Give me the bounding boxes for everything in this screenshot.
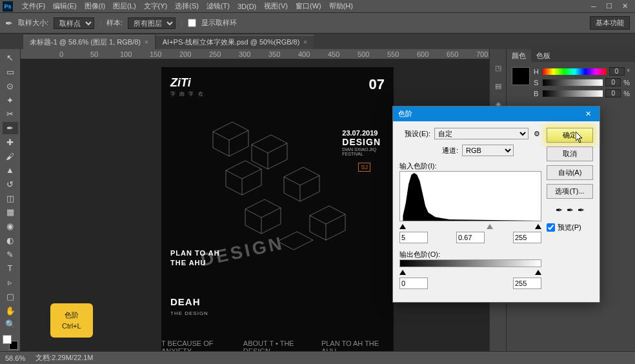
zoom-tool[interactable]: 🔍 [3,318,18,331]
white-point-slider[interactable] [535,224,541,229]
window-controls: ─ ☐ ✕ [586,1,632,12]
menu-image[interactable]: 图像(I) [81,1,109,11]
output-black-field[interactable] [399,278,428,289]
menu-edit[interactable]: 编辑(E) [49,1,81,11]
menu-type[interactable]: 文字(Y) [140,1,172,11]
minimize-button[interactable]: ─ [586,1,601,12]
toolbox: ↖ ▭ ⊙ ✦ ✂ ✒ ✚ 🖌 ▲ ↺ ◫ ▦ ◉ ◐ ✎ T ▹ ▢ ✋ 🔍 … [0,49,21,364]
shape-tool[interactable]: ▢ [3,290,18,303]
close-button[interactable]: ✕ [617,1,632,12]
poster-sublogo: 字 由 字 在 [170,90,205,97]
menu-window[interactable]: 窗口(W) [292,1,325,11]
tab-active[interactable]: 未标题-1 @ 58.6% (图层 1, RGB/8)× [23,35,155,49]
brush-tool[interactable]: 🖌 [3,150,18,163]
color-swatches[interactable] [3,335,18,350]
histogram [399,171,541,221]
preview-checkbox[interactable] [547,223,555,232]
output-black-slider[interactable] [399,270,406,275]
output-sliders[interactable] [399,270,541,275]
tab-label: AI+PS-线框立体字效果.psd @ 50%(RGB/8) [163,37,300,47]
input-sliders[interactable] [399,224,541,229]
pen-tool[interactable]: ✎ [3,248,18,261]
channel-select[interactable]: RGB [462,145,514,156]
preset-select[interactable]: 自定 [434,128,529,139]
color-preview-swatch[interactable] [512,67,530,85]
show-ring-checkbox[interactable] [188,19,196,27]
output-levels-label: 输出色阶(O): [399,250,541,259]
black-eyedropper-icon[interactable]: ✒ [556,205,563,215]
path-tool[interactable]: ▹ [3,276,18,289]
black-point-slider[interactable] [399,224,406,229]
doc-size: 文档:2.29M/22.1M [35,353,93,363]
hue-slider[interactable] [543,68,607,75]
input-levels-label: 输入色阶(I): [399,161,541,171]
sample-size-select[interactable]: 取样点 [54,17,94,29]
marquee-tool[interactable]: ▭ [3,66,18,79]
hand-tool[interactable]: ✋ [3,304,18,317]
type-tool[interactable]: T [3,262,18,275]
wand-tool[interactable]: ✦ [3,94,18,106]
crop-tool[interactable]: ✂ [3,108,18,121]
eraser-tool[interactable]: ◫ [3,192,18,205]
tab-color[interactable]: 颜色 [507,49,531,62]
output-white-slider[interactable] [535,270,541,275]
gray-eyedropper-icon[interactable]: ✒ [567,205,574,215]
tab-inactive[interactable]: AI+PS-线框立体字效果.psd @ 50%(RGB/8)× [156,35,314,49]
white-eyedropper-icon[interactable]: ✒ [578,205,585,215]
eyedropper-tool[interactable]: ✒ [3,122,18,135]
workspace-button[interactable]: 基本功能 [590,16,630,30]
gradient-tool[interactable]: ▦ [3,206,18,219]
input-black-field[interactable] [399,232,428,243]
b-label: B [534,90,540,97]
fg-color-swatch[interactable] [3,335,12,344]
maximize-button[interactable]: ☐ [601,1,617,12]
preview-label: 预览(P) [558,223,581,232]
menu-3d[interactable]: 3D(D) [234,3,260,10]
gear-icon[interactable]: ⚙ [532,129,541,138]
menu-view[interactable]: 视图(V) [260,1,292,11]
move-tool[interactable]: ↖ [3,52,18,65]
eyedropper-group: ✒ ✒ ✒ [547,205,593,215]
tab-swatches[interactable]: 色板 [531,49,556,62]
lasso-tool[interactable]: ⊙ [3,79,18,92]
dialog-titlebar[interactable]: 色阶 ✕ [393,106,600,121]
zoom-level[interactable]: 58.6% [5,354,25,362]
heal-tool[interactable]: ✚ [3,136,18,148]
preset-label: 预设(E): [399,129,430,139]
input-white-field[interactable] [513,232,541,243]
h-value[interactable]: 0 [609,67,625,76]
options-bar: ✒ 取样大小: 取样点 | 样本: 所有图层 | 显示取样环 基本功能 [0,13,635,34]
dodge-tool[interactable]: ◐ [3,234,18,247]
gamma-slider[interactable] [487,224,493,229]
actions-icon[interactable]: ▤ [492,80,504,92]
menu-layer[interactable]: 图层(L) [109,1,139,11]
output-gradient[interactable] [399,259,541,267]
options-button[interactable]: 选项(T)... [547,184,593,199]
stamp-tool[interactable]: ▲ [3,164,18,177]
sat-slider[interactable] [543,79,603,86]
s-value[interactable]: 0 [605,78,621,86]
b-value[interactable]: 0 [605,89,621,97]
cancel-button[interactable]: 取消 [547,147,593,161]
canvas[interactable]: ZiTi 字 由 字 在 07 23.07.2019 DESIGN DIAN S… [161,67,394,364]
bri-slider[interactable] [543,90,603,97]
sample-select[interactable]: 所有图层 [128,17,176,29]
sample-size-label: 取样大小: [18,18,48,28]
poster-tagline-2-sub: THE DESIGN [170,310,208,316]
ok-button[interactable]: 确定 [547,128,593,143]
history-icon[interactable]: ◳ [492,62,504,74]
dialog-close-icon[interactable]: ✕ [581,110,594,118]
menu-help[interactable]: 帮助(H) [325,1,357,11]
menu-file[interactable]: 文件(F) [18,1,49,11]
output-white-field[interactable] [513,278,541,289]
menu-filter[interactable]: 滤镜(T) [203,1,234,11]
menu-select[interactable]: 选择(S) [171,1,203,11]
tab-close-icon[interactable]: × [303,39,307,46]
history-brush-tool[interactable]: ↺ [3,178,18,191]
auto-button[interactable]: 自动(A) [547,165,593,180]
tab-close-icon[interactable]: × [145,39,148,46]
blur-tool[interactable]: ◉ [3,220,18,233]
input-gamma-field[interactable] [456,232,485,243]
status-bar: 58.6% 文档:2.29M/22.1M [0,351,635,364]
dialog-title: 色阶 [398,109,412,119]
